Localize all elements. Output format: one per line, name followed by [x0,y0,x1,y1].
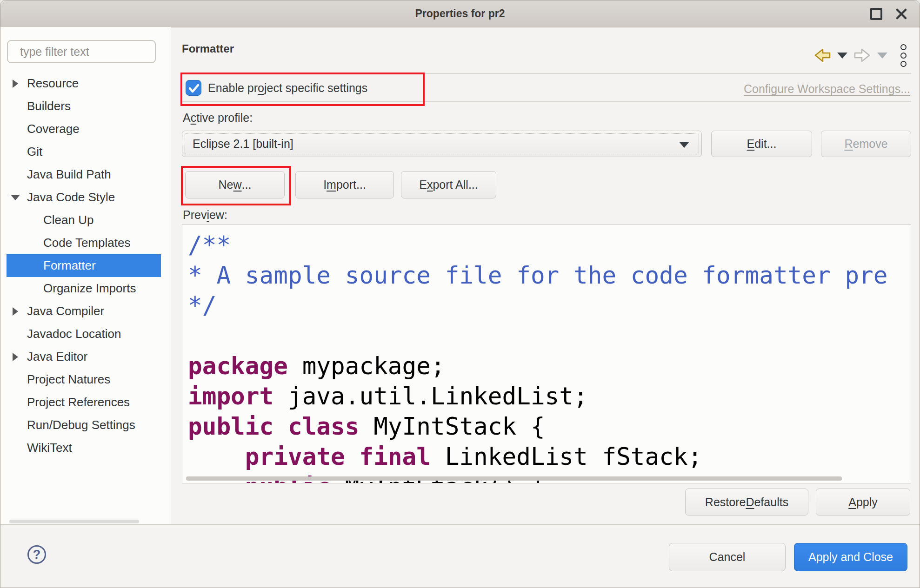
code-line: package mypackage; [188,351,888,381]
enable-checkbox-label[interactable]: Enable project specific settings [208,80,367,96]
sidebar-item-resource[interactable]: Resource [0,72,171,95]
close-icon [895,8,907,20]
page-navigation [814,46,907,65]
code-line: * A sample source file for the code form… [188,260,888,291]
tree-item-label: Git [27,140,42,163]
maximize-icon [870,8,882,20]
tree-item-label: Java Build Path [27,163,111,186]
sidebar-item-builders[interactable]: Builders [0,95,171,118]
preview-code: /*** A sample source file for the code f… [188,230,888,483]
sidebar-item-run-debug-settings[interactable]: Run/Debug Settings [0,414,171,436]
tree-item-label: Java Code Style [27,186,115,209]
sidebar-item-coverage[interactable]: Coverage [0,118,171,140]
active-profile-label: Active profile: [183,111,253,125]
chevron-down-icon [679,142,689,148]
sidebar-item-java-editor[interactable]: Java Editor [0,345,171,368]
page-title: Formatter [182,42,234,55]
code-line: public class MyIntStack { [188,411,888,442]
tree-item-label: Formatter [43,254,96,277]
tree-item-label: Java Compiler [27,300,104,323]
preview-horizontal-scrollbar[interactable] [186,476,842,481]
code-line: private final LinkedList fStack; [188,442,888,472]
code-line: */ [188,291,888,321]
tree-item-label: WikiText [27,436,72,459]
sidebar-item-project-natures[interactable]: Project Natures [0,368,171,391]
tree-item-label: Project Natures [27,368,110,391]
sidebar-item-code-templates[interactable]: Code Templates [0,231,171,254]
new-button[interactable]: New... [185,171,285,198]
tree-item-label: Builders [27,95,71,118]
sidebar-item-organize-imports[interactable]: Organize Imports [0,277,171,300]
sidebar-item-java-compiler[interactable]: Java Compiler [0,300,171,323]
sidebar-item-project-references[interactable]: Project References [0,391,171,414]
tree-item-label: Clean Up [43,209,93,231]
apply-and-close-button[interactable]: Apply and Close [794,543,907,571]
tree-item-label: Javadoc Location [27,323,121,345]
tree-item-label: Code Templates [43,231,130,254]
configure-workspace-settings-link[interactable]: Configure Workspace Settings... [744,82,910,96]
sidebar-item-java-code-style[interactable]: Java Code Style [0,186,171,209]
forward-icon[interactable] [854,48,871,63]
sidebar-item-clean-up[interactable]: Clean Up [0,209,171,231]
tree-horizontal-scrollbar[interactable] [9,520,139,523]
export-all-button[interactable]: Export All... [401,171,496,198]
separator-line [182,73,911,74]
footer-separator [0,524,920,525]
code-line [188,321,888,351]
import-button[interactable]: Import... [295,171,394,198]
properties-dialog: Properties for pr2 ResourceBuildersCover… [0,0,920,588]
code-line: import java.util.LinkedList; [188,381,888,411]
sidebar-item-wikitext[interactable]: WikiText [0,436,171,459]
close-button[interactable] [893,6,909,22]
sidebar-item-java-build-path[interactable]: Java Build Path [0,163,171,186]
sidebar-item-javadoc-location[interactable]: Javadoc Location [0,323,171,345]
window-title: Properties for pr2 [0,0,920,27]
sidebar-item-git[interactable]: Git [0,140,171,163]
tree-item-label: Java Editor [27,345,87,368]
active-profile-combobox[interactable]: Eclipse 2.1 [built-in] [182,131,702,157]
cancel-button[interactable]: Cancel [669,543,786,571]
back-history-dropdown-icon[interactable] [837,53,847,59]
restore-defaults-button[interactable]: Restore Defaults [685,489,808,515]
remove-button[interactable]: Remove [821,131,911,157]
tree-item-label: Resource [27,72,79,95]
tree-item-label: Run/Debug Settings [27,414,135,436]
enable-project-specific-settings-checkbox[interactable] [186,80,201,96]
tree-item-label: Organize Imports [43,277,136,300]
preferences-sidebar: ResourceBuildersCoverageGitJava Build Pa… [0,27,171,524]
code-preview-pane: /*** A sample source file for the code f… [182,224,911,483]
apply-button[interactable]: Apply [816,489,910,515]
expand-arrow-icon[interactable] [13,79,18,88]
preview-label: Preview: [183,208,227,222]
forward-history-dropdown-icon[interactable] [877,53,887,59]
separator-line [182,101,911,102]
question-mark-icon: ? [33,548,41,562]
maximize-button[interactable] [868,6,884,22]
preferences-tree: ResourceBuildersCoverageGitJava Build Pa… [0,27,171,524]
help-button[interactable]: ? [27,545,46,564]
collapse-arrow-icon[interactable] [11,195,20,200]
titlebar[interactable]: Properties for pr2 [0,0,920,27]
sidebar-item-formatter[interactable]: Formatter [7,254,161,277]
view-menu-icon[interactable] [900,44,907,67]
combobox-value: Eclipse 2.1 [built-in] [193,131,293,158]
expand-arrow-icon[interactable] [13,353,18,361]
back-icon[interactable] [814,48,831,63]
tree-item-label: Coverage [27,118,80,140]
edit-button[interactable]: Edit... [711,131,812,157]
code-line: /** [188,230,888,260]
tree-item-label: Project References [27,391,130,414]
expand-arrow-icon[interactable] [13,307,18,316]
checkmark-icon [186,80,202,96]
